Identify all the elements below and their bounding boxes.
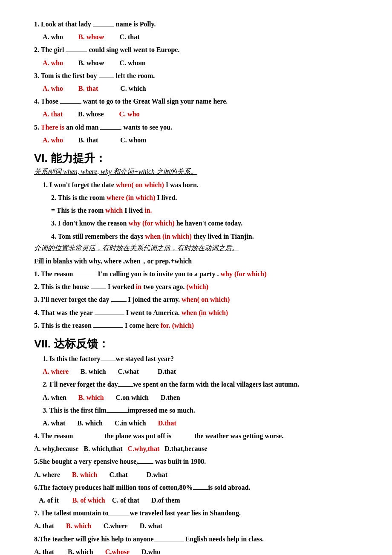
part5-questions: 1. Look at that lady name is Polly. A. w… <box>34 18 358 146</box>
q5-text: an old man <box>64 124 98 131</box>
q1-num: 1. Look at that lady <box>34 20 91 28</box>
q5-there-is: There is <box>41 124 64 131</box>
part7: VII. 达标反馈： 1. Is this the factorywe stay… <box>34 336 358 555</box>
p6-ex1: 1. I won't forget the date when( on whic… <box>34 179 358 191</box>
q4-a: A. that <box>43 110 63 118</box>
part7-title: VII. 达标反馈： <box>34 336 358 351</box>
q1-a: A. who <box>43 33 63 40</box>
part6-title: VI. 能力提升： <box>34 151 358 166</box>
q1-gap <box>93 26 114 26</box>
q4-b: B. whose <box>78 110 104 118</box>
q2-gap <box>66 52 87 52</box>
part6: VI. 能力提升： 关系副词 when, where, why 和介词+whic… <box>34 151 358 331</box>
q5-line: 5. There is an old man wants to see you. <box>34 121 358 133</box>
q4-c: C. who <box>119 110 140 118</box>
q3-text2: left the room. <box>116 72 155 79</box>
q3-b: B. that <box>78 85 98 92</box>
q2-b: B. whose <box>78 59 104 66</box>
p7-q8-ans: A. that B. which C.whose D.who <box>34 546 358 555</box>
q5-c: C. whom <box>120 136 146 144</box>
p6-fq4: 4. That was the year I went to America. … <box>34 307 358 318</box>
p6-fq3: 3. I'll never forget the day I joined th… <box>34 294 358 305</box>
q4-line: 4. Those want to go to the Great Wall si… <box>34 95 358 107</box>
q2-c: C. whom <box>119 59 145 66</box>
q1-answers: A. who B. whose C. that <box>34 31 358 43</box>
q1-b: B. whose <box>78 33 104 40</box>
p6-fill-label: Fill in blanks with why, where ,when，or … <box>34 255 358 267</box>
q5-text2: wants to see you. <box>123 124 172 131</box>
q3-a: A. who <box>43 85 63 92</box>
q2-text2: could sing well went to Europe. <box>89 46 179 53</box>
q5-a: A. who <box>43 136 63 144</box>
p7-q4: 4. The reason the plane was put off is t… <box>34 430 358 442</box>
p7-q2: 2. I'll never forget the daywe spent on … <box>34 379 358 390</box>
q4-text2: want to go to the Great Wall sign your n… <box>83 98 228 105</box>
q5-gap <box>100 129 121 130</box>
q4-answers: A. that B. whose C. who <box>34 108 358 120</box>
part6-subtitle: 关系副词 when, where, why 和介词+which 之间的关系。 <box>34 168 358 176</box>
q5-b: B. that <box>78 136 98 144</box>
p6-fq1: 1. The reason I'm calling you is to invi… <box>34 268 358 280</box>
p7-q2-ans: A. when B. which C.on which D.then <box>34 392 358 403</box>
p6-fq2: 2. This is the house I worked in two yea… <box>34 281 358 292</box>
q4-gap <box>60 103 81 104</box>
p6-ex4: 3. I don't know the reason why (for whic… <box>34 217 358 229</box>
q2-text: 2. The girl <box>34 46 64 53</box>
p7-q7-ans: A. that B. which C.where D. what <box>34 520 358 532</box>
q5-answers: A. who B. that C. whom <box>34 134 358 146</box>
p6-note: 介词的位置非常灵活，有时放在关系代词之前，有时放在动词之后。 <box>34 244 358 253</box>
q3-answers: A. who B. that C. which <box>34 83 358 94</box>
p7-q4-ans: A. why,because B. which,that C.why,that … <box>34 443 358 454</box>
p7-q3-ans: A. what B. which C.in which D.that <box>34 417 358 429</box>
p7-q7: 7. The tallest mountain towe traveled la… <box>34 507 358 519</box>
p6-fq5: 5. This is the reason I come here for. (… <box>34 320 358 331</box>
p6-ex5: 4. Tom still remembers the days when (in… <box>34 231 358 242</box>
p7-q1: 1. Is this the factorywe stayed last yea… <box>34 353 358 364</box>
p6-ex3: = This is the room which I lived in. <box>34 205 358 216</box>
q1-c: C. that <box>119 33 139 40</box>
q3-line: 3. Tom is the first boy left the room. <box>34 70 358 81</box>
page-content: 1. Look at that lady name is Polly. A. w… <box>34 18 358 555</box>
q1-text: name is Polly. <box>116 20 156 28</box>
p7-q5: 5.She bought a very epensive house, was … <box>34 456 358 467</box>
p7-q6-ans: A. of it B. of which C. of that D.of the… <box>34 494 358 506</box>
q2-answers: A. who B. whose C. whom <box>34 57 358 69</box>
q4-text: 4. Those <box>34 98 58 105</box>
p7-q8: 8.The teacher will give his help to anyo… <box>34 533 358 545</box>
p7-q6: 6.The factory produces half million tons… <box>34 482 358 493</box>
q5-num: 5. <box>34 124 41 131</box>
q2-a: A. who <box>43 59 63 66</box>
q3-gap <box>99 78 114 78</box>
p6-ex2: 2. This is the room where (in which) I l… <box>34 192 358 203</box>
q3-c: C. which <box>120 85 146 92</box>
q2-line: 2. The girl could sing well went to Euro… <box>34 44 358 55</box>
q1-line: 1. Look at that lady name is Polly. <box>34 18 358 30</box>
q3-text: 3. Tom is the first boy <box>34 72 97 79</box>
p7-q5-ans: A. where B. which C.that D.what <box>34 469 358 480</box>
p7-q3: 3. This is the first filmimpressed me so… <box>34 405 358 416</box>
p7-q1-ans: A. where B. which C.what D.that <box>34 366 358 377</box>
